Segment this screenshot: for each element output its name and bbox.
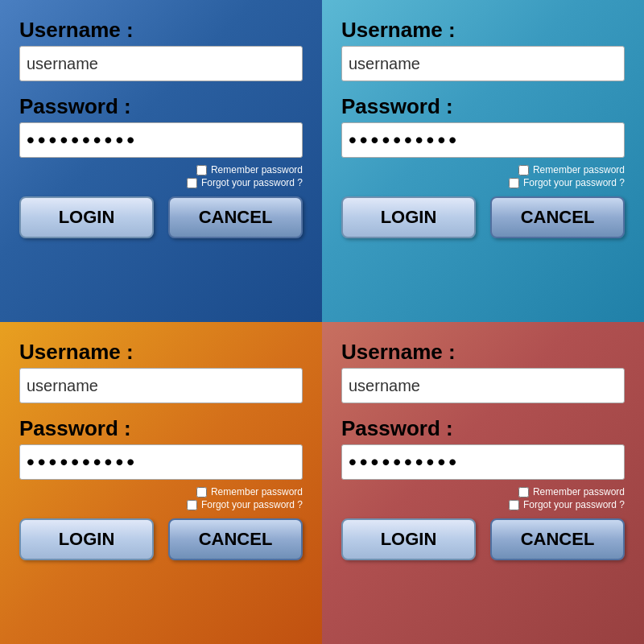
cancel-button[interactable]: CANCEL	[168, 196, 303, 238]
remember-password-row[interactable]: Remember password	[196, 164, 303, 175]
remember-password-label: Remember password	[211, 164, 303, 175]
remember-password-row[interactable]: Remember password	[518, 486, 625, 497]
username-label: Username :	[19, 18, 303, 43]
login-button[interactable]: LOGIN	[341, 518, 476, 560]
forgot-password-label: Forgot your password ?	[201, 177, 303, 188]
password-label: Password :	[341, 416, 625, 441]
username-input[interactable]	[341, 368, 625, 403]
remember-password-row[interactable]: Remember password	[196, 486, 303, 497]
button-group: LOGIN CANCEL	[341, 196, 625, 238]
cancel-button[interactable]: CANCEL	[490, 518, 625, 560]
remember-password-label: Remember password	[533, 486, 625, 497]
remember-password-label: Remember password	[211, 486, 303, 497]
forgot-password-checkbox[interactable]	[187, 500, 197, 510]
username-input[interactable]	[19, 46, 303, 81]
forgot-password-row[interactable]: Forgot your password ?	[509, 499, 625, 510]
button-group: LOGIN CANCEL	[341, 518, 625, 560]
checkbox-group: Remember password Forgot your password ?	[19, 486, 303, 510]
cancel-button[interactable]: CANCEL	[168, 518, 303, 560]
checkbox-group: Remember password Forgot your password ?	[341, 164, 625, 188]
remember-password-checkbox[interactable]	[196, 487, 207, 497]
login-button[interactable]: LOGIN	[19, 196, 154, 238]
forgot-password-row[interactable]: Forgot your password ?	[509, 177, 625, 188]
remember-password-label: Remember password	[533, 164, 625, 175]
username-input[interactable]	[341, 46, 625, 81]
login-panel-bottom-left: Username : Password : Remember password …	[0, 322, 322, 644]
remember-password-checkbox[interactable]	[518, 487, 529, 497]
login-panel-top-right: Username : Password : Remember password …	[322, 0, 644, 322]
forgot-password-label: Forgot your password ?	[201, 499, 303, 510]
button-group: LOGIN CANCEL	[19, 518, 303, 560]
forgot-password-row[interactable]: Forgot your password ?	[187, 499, 303, 510]
remember-password-checkbox[interactable]	[518, 165, 529, 175]
password-label: Password :	[19, 94, 303, 119]
login-button[interactable]: LOGIN	[341, 196, 476, 238]
forgot-password-label: Forgot your password ?	[523, 177, 625, 188]
password-input[interactable]	[19, 444, 303, 480]
password-input[interactable]	[341, 444, 625, 480]
forgot-password-checkbox[interactable]	[187, 178, 197, 188]
password-label: Password :	[19, 416, 303, 441]
login-button[interactable]: LOGIN	[19, 518, 154, 560]
remember-password-checkbox[interactable]	[196, 165, 207, 175]
button-group: LOGIN CANCEL	[19, 196, 303, 238]
remember-password-row[interactable]: Remember password	[518, 164, 625, 175]
username-label: Username :	[341, 340, 625, 365]
username-input[interactable]	[19, 368, 303, 403]
password-input[interactable]	[19, 122, 303, 158]
username-label: Username :	[19, 340, 303, 365]
login-panel-bottom-right: Username : Password : Remember password …	[322, 322, 644, 644]
forgot-password-checkbox[interactable]	[509, 178, 519, 188]
password-input[interactable]	[341, 122, 625, 158]
password-label: Password :	[341, 94, 625, 119]
checkbox-group: Remember password Forgot your password ?	[19, 164, 303, 188]
forgot-password-row[interactable]: Forgot your password ?	[187, 177, 303, 188]
login-panel-top-left: Username : Password : Remember password …	[0, 0, 322, 322]
checkbox-group: Remember password Forgot your password ?	[341, 486, 625, 510]
username-label: Username :	[341, 18, 625, 43]
forgot-password-label: Forgot your password ?	[523, 499, 625, 510]
forgot-password-checkbox[interactable]	[509, 500, 519, 510]
cancel-button[interactable]: CANCEL	[490, 196, 625, 238]
